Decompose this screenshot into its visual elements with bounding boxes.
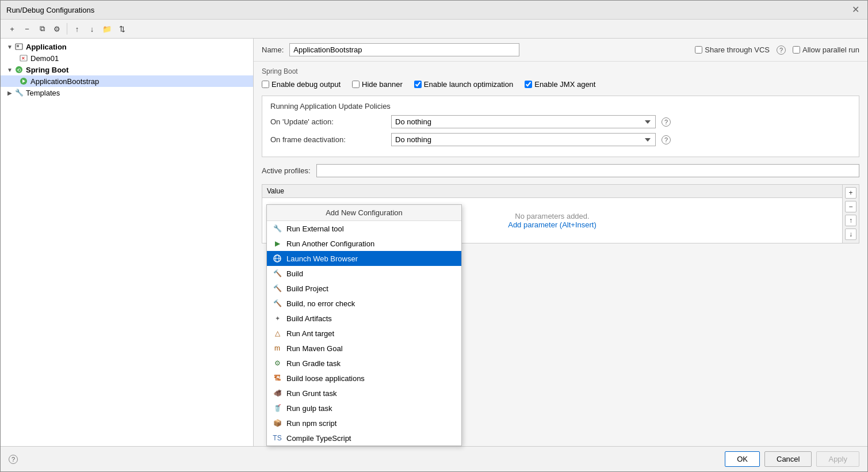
title-bar: Run/Debug Configurations ✕ [1,1,867,20]
dropdown-run-another[interactable]: ▶ Run Another Configuration [267,236,461,251]
tree-arrow-spring-boot: ▼ [5,65,14,74]
launch-opt-label[interactable]: Enable launch optimization [414,80,513,89]
svg-text:✕: ✕ [21,56,25,61]
move-up-button[interactable]: ↑ [70,22,84,36]
settings-button[interactable]: ⚙ [50,22,64,36]
name-input[interactable] [289,43,519,56]
vcs-area: Share through VCS ? Allow parallel run [695,45,859,55]
application-group-icon [14,42,24,51]
run-debug-dialog: Run/Debug Configurations ✕ + − ⧉ ⚙ ↑ ↓ 📁… [0,0,868,472]
dropdown-build[interactable]: 🔨 Build [267,266,461,281]
dropdown-run-maven[interactable]: m Run Maven Goal [267,341,461,356]
dropdown-compile-ts[interactable]: TS Compile TypeScript [267,431,461,446]
add-config-button[interactable]: + [5,22,19,36]
update-action-help[interactable]: ? [661,117,671,127]
name-label: Name: [262,45,284,54]
table-down-btn[interactable]: ↓ [845,229,856,240]
share-vcs-checkbox[interactable] [695,46,702,54]
allow-parallel-label[interactable]: Allow parallel run [793,45,859,54]
run-ant-label: Run Ant target [286,329,334,338]
footer-right: OK Cancel Apply [725,451,859,467]
spring-boot-checkboxes: Enable debug output Hide banner Enable l… [262,80,859,89]
dialog-footer: ? OK Cancel Apply [1,446,867,471]
tree-arrow-templates: ▶ [5,88,14,97]
add-parameter-link[interactable]: Add parameter (Alt+Insert) [508,220,596,229]
run-gradle-icon: ⚙ [273,359,282,368]
update-action-select[interactable]: Do nothing Update classes and resources … [391,115,656,128]
table-add-btn[interactable]: + [845,187,856,199]
active-profiles-label: Active profiles: [262,166,311,175]
applicationbootstrap-label: ApplicationBootstrap [30,77,99,86]
run-another-label: Run Another Configuration [286,239,374,248]
demo01-label: Demo01 [30,54,59,63]
launch-web-label: Launch Web Browser [286,254,358,263]
remove-config-button[interactable]: − [20,22,34,36]
run-gradle-label: Run Gradle task [286,359,341,368]
build-artifacts-icon: ✦ [273,314,282,323]
application-group-label: Application [26,43,67,51]
dropdown-build-no-error[interactable]: 🔨 Build, no error check [267,296,461,311]
apply-button[interactable]: Apply [816,451,859,467]
share-vcs-help-icon[interactable]: ? [777,45,786,55]
build-label: Build [286,269,303,278]
build-no-error-icon: 🔨 [273,299,282,308]
copy-config-button[interactable]: ⧉ [35,22,49,36]
build-no-error-label: Build, no error check [286,299,355,308]
tree-item-spring-boot-group[interactable]: ▼ ⟲ Spring Boot [1,64,253,75]
hide-banner-label[interactable]: Hide banner [352,80,403,89]
svg-rect-1 [17,45,19,47]
spring-boot-group-label: Spring Boot [26,66,68,74]
allow-parallel-checkbox[interactable] [793,46,800,54]
dropdown-launch-web[interactable]: Launch Web Browser [267,251,461,266]
launch-opt-checkbox[interactable] [414,81,422,88]
dropdown-run-gradle[interactable]: ⚙ Run Gradle task [267,356,461,371]
move-down-button[interactable]: ↓ [85,22,99,36]
ok-button[interactable]: OK [725,451,760,467]
footer-help-icon[interactable]: ? [9,455,18,464]
active-profiles-row: Active profiles: [262,164,859,177]
debug-output-label[interactable]: Enable debug output [262,80,341,89]
frame-deactivation-select[interactable]: Do nothing Update classes and resources … [391,133,656,146]
frame-deactivation-help[interactable]: ? [661,135,671,144]
demo01-icon: ✕ [19,54,28,63]
share-vcs-label[interactable]: Share through VCS [695,45,770,54]
config-header: Name: Share through VCS ? Allow parallel… [254,39,867,62]
run-external-icon: 🔧 [273,224,282,233]
dropdown-build-project[interactable]: 🔨 Build Project [267,281,461,296]
folder-button[interactable]: 📁 [100,22,114,36]
dropdown-run-ant[interactable]: △ Run Ant target [267,326,461,341]
tree-item-application-group[interactable]: ▼ Application [1,41,253,52]
run-ant-icon: △ [273,329,282,338]
run-gulp-label: Run gulp task [286,404,332,413]
compile-ts-icon: TS [273,433,282,443]
close-button[interactable]: ✕ [850,4,862,16]
cancel-button[interactable]: Cancel [764,451,812,467]
run-external-label: Run External tool [286,224,344,233]
sort-button[interactable]: ⇅ [115,22,129,36]
running-policies-section: Running Application Update Policies On '… [262,96,859,157]
active-profiles-input[interactable] [316,164,859,177]
dropdown-build-loose[interactable]: 🏗 Build loose applications [267,371,461,386]
dropdown-run-gulp[interactable]: 🥤 Run gulp task [267,401,461,416]
frame-deactivation-label: On frame deactivation: [270,135,385,144]
dropdown-build-artifacts[interactable]: ✦ Build Artifacts [267,311,461,326]
jmx-agent-checkbox[interactable] [525,81,532,88]
tree-item-applicationbootstrap[interactable]: ApplicationBootstrap [1,75,253,87]
dropdown-run-grunt[interactable]: 🐗 Run Grunt task [267,386,461,401]
dropdown-run-npm[interactable]: 📦 Run npm script [267,416,461,431]
jmx-agent-label[interactable]: Enable JMX agent [525,80,595,89]
footer-left: ? [9,455,18,464]
table-sidebar: + − ↑ ↓ [842,185,859,243]
table-up-btn[interactable]: ↑ [845,215,856,226]
tree-item-demo01[interactable]: ✕ Demo01 [1,52,253,64]
build-project-icon: 🔨 [273,284,282,293]
run-grunt-label: Run Grunt task [286,389,337,398]
tree-item-templates[interactable]: ▶ 🔧 Templates [1,87,253,98]
spring-boot-section-title: Spring Boot [262,67,859,75]
dropdown-run-external[interactable]: 🔧 Run External tool [267,221,461,236]
table-remove-btn[interactable]: − [845,201,856,212]
hide-banner-checkbox[interactable] [352,81,360,88]
build-loose-label: Build loose applications [286,374,365,383]
svg-text:⟲: ⟲ [17,67,21,73]
debug-output-checkbox[interactable] [262,81,269,88]
